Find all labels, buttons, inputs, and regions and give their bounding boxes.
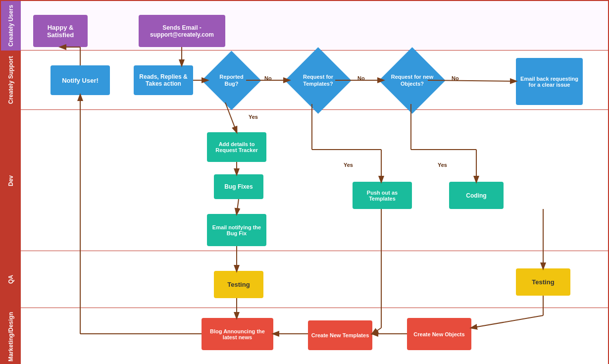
node-email-notify: Email notifying the Bug Fix [207,214,266,246]
lane-qa: QA [1,251,21,308]
node-reads-replies: Reads, Replies & Takes action [134,65,193,95]
lane-support: Creately Support [1,51,21,110]
diagram-container: Creately Users Creately Support Dev QA M… [0,0,609,364]
label-yes-2: Yes [344,162,353,168]
node-push-templates: Push out as Templates [353,182,412,209]
node-bug-fixes: Bug Fixes [214,174,263,199]
node-coding: Coding [449,182,504,209]
row-users [21,1,608,51]
swim-lanes: Creately Users Creately Support Dev QA M… [1,1,21,363]
node-reported-bug: Reported Bug? [204,58,258,103]
label-no-1: No [264,75,272,81]
node-testing-1: Testing [214,271,263,298]
node-sends-email: Sends Email - support@creately.com [139,15,225,47]
node-request-objects: Request for new Objects? [382,58,442,103]
row-dev [21,110,608,251]
lane-users: Creately Users [1,1,21,51]
lane-marketing: Marketing/Design [1,308,21,364]
node-add-details: Add details to Request Tracker [207,132,266,162]
node-email-back: Email back requesting for a clear issue [516,58,583,105]
node-blog: Blog Announcing the latest news [202,318,273,350]
label-yes-1: Yes [249,114,258,120]
label-yes-3: Yes [438,162,447,168]
node-happy-satisfied: Happy & Satisfied [33,15,88,47]
node-testing-2: Testing [516,268,570,296]
lane-dev: Dev [1,110,21,251]
label-no-2: No [357,75,365,81]
label-no-3: No [452,75,459,81]
node-create-objects: Create New Objects [407,318,471,350]
node-request-templates: Request for Templates? [288,58,348,103]
node-create-templates: Create New Templates [308,320,372,350]
node-notify-user: Notify User! [51,65,110,95]
